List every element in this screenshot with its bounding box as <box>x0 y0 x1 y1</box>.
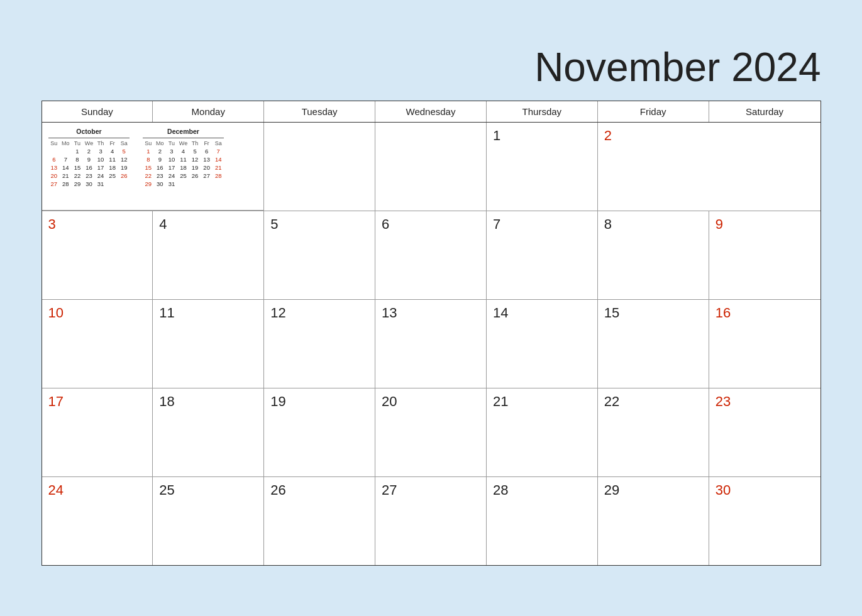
cell-day-17: 17 <box>42 388 153 476</box>
day-number-21: 21 <box>493 393 508 409</box>
day-number-25: 25 <box>159 482 174 498</box>
day-number-11: 11 <box>159 305 174 321</box>
cell-day-22: 22 <box>598 388 709 476</box>
day-number-20: 20 <box>382 393 397 409</box>
day-number-19: 19 <box>270 393 285 409</box>
calendar-grid: October Su Mo Tu We Th Fr Sa <box>42 123 821 565</box>
mini-december-grid: Su Mo Tu We Th Fr Sa 1 2 3 4 5 <box>143 138 224 188</box>
cell-day-4: 4 <box>153 211 264 299</box>
day-number-26: 26 <box>270 482 285 498</box>
cell-day-7: 7 <box>487 211 598 299</box>
day-number-1: 1 <box>493 128 500 143</box>
week-row-5: 24 25 26 27 28 29 30 <box>42 477 821 565</box>
cell-day-29: 29 <box>598 477 709 565</box>
day-number-28: 28 <box>493 482 508 498</box>
cell-day-12: 12 <box>264 300 375 388</box>
cell-day-11: 11 <box>153 300 264 388</box>
day-number-24: 24 <box>48 482 64 498</box>
day-number-8: 8 <box>604 216 612 232</box>
header-thursday: Thursday <box>487 101 598 122</box>
day-number-17: 17 <box>48 393 64 409</box>
mini-october: October Su Mo Tu We Th Fr Sa <box>48 128 130 205</box>
day-number-27: 27 <box>382 482 397 498</box>
day-number-10: 10 <box>48 305 64 321</box>
day-headers: Sunday Monday Tuesday Wednesday Thursday… <box>42 101 821 123</box>
day-number-14: 14 <box>493 305 508 321</box>
calendar: Sunday Monday Tuesday Wednesday Thursday… <box>41 101 821 566</box>
header-saturday: Saturday <box>709 101 821 122</box>
header-tuesday: Tuesday <box>264 101 375 122</box>
cell-day-6: 6 <box>375 211 487 299</box>
cell-day-19: 19 <box>264 388 375 476</box>
week-row-4: 17 18 19 20 21 22 23 <box>42 388 821 477</box>
header-monday: Monday <box>153 101 264 122</box>
cell-day-23: 23 <box>709 388 821 476</box>
cell-day-25: 25 <box>153 477 264 565</box>
mini-october-grid: Su Mo Tu We Th Fr Sa 1 2 3 <box>48 138 130 188</box>
cell-day-13: 13 <box>375 300 487 388</box>
day-number-29: 29 <box>604 482 619 498</box>
calendar-page: November 2024 Sunday Monday Tuesday Wedn… <box>16 25 846 591</box>
week-row-2: 3 4 5 6 7 8 9 <box>42 211 821 300</box>
day-number-2: 2 <box>604 128 612 143</box>
cell-w1-tue <box>264 123 375 211</box>
mini-december: December Su Mo Tu We Th Fr Sa 1 <box>143 128 224 205</box>
header-wednesday: Wednesday <box>375 101 487 122</box>
day-number-4: 4 <box>159 216 167 232</box>
day-number-15: 15 <box>604 305 619 321</box>
day-number-18: 18 <box>159 393 174 409</box>
cell-day-28: 28 <box>487 477 598 565</box>
cell-day-18: 18 <box>153 388 264 476</box>
day-number-5: 5 <box>270 216 278 232</box>
day-number-3: 3 <box>48 216 56 232</box>
mini-october-title: October <box>48 128 130 135</box>
week-row-3: 10 11 12 13 14 15 16 <box>42 300 821 388</box>
header-sunday: Sunday <box>42 101 153 122</box>
cell-day-27: 27 <box>375 477 487 565</box>
cell-day-30: 30 <box>709 477 821 565</box>
cell-day-9: 9 <box>709 211 821 299</box>
cell-day-8: 8 <box>598 211 709 299</box>
day-number-16: 16 <box>716 305 731 321</box>
day-number-9: 9 <box>716 216 723 232</box>
cell-day-26: 26 <box>264 477 375 565</box>
cell-day-20: 20 <box>375 388 487 476</box>
day-number-7: 7 <box>493 216 500 232</box>
cell-day-21: 21 <box>487 388 598 476</box>
mini-calendars: October Su Mo Tu We Th Fr Sa <box>42 123 265 211</box>
day-number-12: 12 <box>270 305 285 321</box>
cell-day-16: 16 <box>709 300 821 388</box>
day-number-23: 23 <box>716 393 731 409</box>
cell-day-5: 5 <box>264 211 375 299</box>
day-number-30: 30 <box>716 482 731 498</box>
cell-w1-wed <box>375 123 487 211</box>
day-number-13: 13 <box>382 305 397 321</box>
cell-day-2: 2 <box>598 123 709 211</box>
mini-december-title: December <box>143 128 224 135</box>
cell-day-3: 3 <box>42 211 153 299</box>
cell-day-10: 10 <box>42 300 153 388</box>
cell-day-15: 15 <box>598 300 709 388</box>
day-number-22: 22 <box>604 393 619 409</box>
month-title: November 2024 <box>41 44 821 91</box>
day-number-6: 6 <box>382 216 389 232</box>
cell-day-1: 1 <box>487 123 598 211</box>
week-row-1: October Su Mo Tu We Th Fr Sa <box>42 123 821 211</box>
cell-day-14: 14 <box>487 300 598 388</box>
header-friday: Friday <box>598 101 709 122</box>
cell-day-24: 24 <box>42 477 153 565</box>
